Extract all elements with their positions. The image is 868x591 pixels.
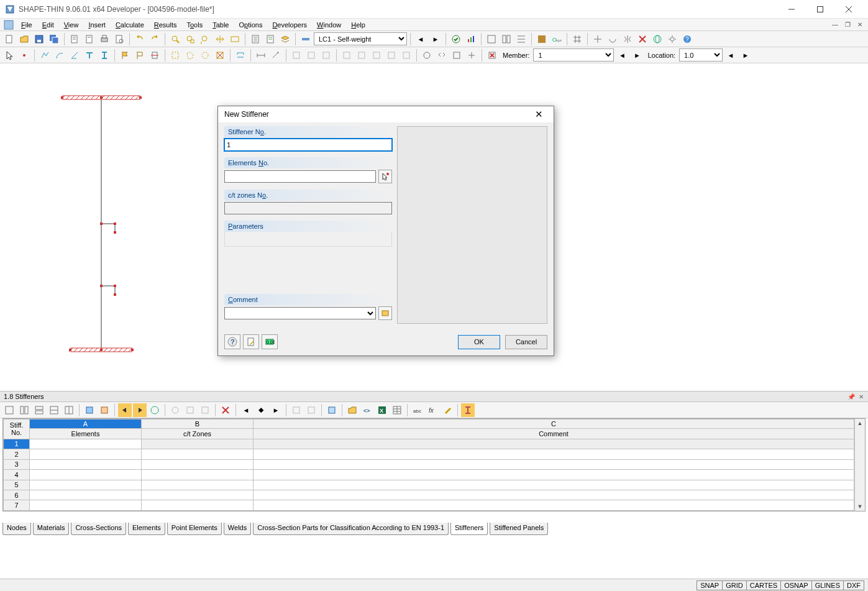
status-cartes[interactable]: CARTES: [746, 580, 781, 590]
grid-letter-c[interactable]: C: [254, 419, 854, 429]
scroll-up-icon[interactable]: ▲: [856, 419, 864, 428]
grid-row-5[interactable]: 5: [4, 480, 30, 490]
menu-view[interactable]: View: [59, 20, 84, 30]
menu-table[interactable]: Table: [208, 20, 234, 30]
app-menu-icon[interactable]: [2, 19, 15, 30]
grid-cell[interactable]: [254, 439, 854, 449]
member-next-icon[interactable]: ►: [630, 48, 644, 62]
dialog-edit-icon[interactable]: [243, 334, 259, 349]
pt-btn-7[interactable]: [98, 403, 111, 417]
mirror-icon[interactable]: [621, 32, 634, 46]
grid-letter-b[interactable]: B: [142, 419, 254, 429]
grid-cell[interactable]: [142, 449, 254, 459]
pt-both-icon[interactable]: ◆: [254, 403, 268, 417]
grid-header-elements[interactable]: Elements: [30, 429, 142, 439]
grid-scrollbar[interactable]: ▲ ▼: [854, 419, 865, 511]
dialog-titlebar[interactable]: New Stiffener ✕: [218, 106, 554, 122]
location-combo[interactable]: 1.0: [679, 48, 723, 62]
close-button[interactable]: [834, 0, 863, 19]
grid-cell[interactable]: [30, 490, 142, 500]
dim9-icon[interactable]: [385, 48, 398, 62]
pt-btn-10[interactable]: [168, 403, 182, 417]
grid-row-4[interactable]: 4: [4, 470, 30, 480]
stretch-icon[interactable]: [465, 48, 478, 62]
grid-cell[interactable]: [30, 449, 142, 459]
grid-row-3[interactable]: 3: [4, 459, 30, 469]
tab-nodes[interactable]: Nodes: [2, 523, 31, 535]
status-osnap[interactable]: OSNAP: [780, 580, 812, 590]
select-x-icon[interactable]: [213, 48, 227, 62]
pt-table-icon[interactable]: [390, 403, 404, 417]
nav-left-icon[interactable]: ◄: [414, 32, 427, 46]
menu-edit[interactable]: Edit: [37, 20, 59, 30]
select-poly-icon[interactable]: [183, 48, 197, 62]
menu-file[interactable]: File: [16, 20, 37, 30]
grid-row-2[interactable]: 2: [4, 449, 30, 459]
pt-left-icon[interactable]: ◄: [239, 403, 253, 417]
tee-icon[interactable]: [83, 48, 96, 62]
grid-cell[interactable]: [254, 480, 854, 490]
dim6-icon[interactable]: [340, 48, 354, 62]
input-stiffener-no[interactable]: [224, 139, 392, 151]
cancel-icon[interactable]: [636, 32, 649, 46]
nav-right-icon[interactable]: ►: [429, 32, 442, 46]
pt-script-icon[interactable]: <>: [360, 403, 374, 417]
circ-icon[interactable]: [420, 48, 434, 62]
pt-btn-1[interactable]: [2, 403, 16, 417]
pan-icon[interactable]: [213, 32, 227, 46]
doc2-icon[interactable]: [83, 32, 96, 46]
pt-abc-icon[interactable]: abc: [411, 403, 424, 417]
node-icon[interactable]: [17, 48, 31, 62]
location-prev-icon[interactable]: ◄: [724, 48, 738, 62]
dim7-icon[interactable]: [355, 48, 368, 62]
minimize-button[interactable]: [777, 0, 806, 19]
grid-header-ctzones[interactable]: c/t Zones: [142, 429, 254, 439]
pt-brush-icon[interactable]: [441, 403, 454, 417]
pt-btn-14[interactable]: [304, 403, 318, 417]
print-icon[interactable]: [98, 32, 111, 46]
menu-help[interactable]: Help: [346, 20, 370, 30]
save-icon[interactable]: [32, 32, 46, 46]
tab-welds[interactable]: Welds: [224, 523, 251, 535]
arc-icon[interactable]: [53, 48, 66, 62]
status-snap[interactable]: SNAP: [697, 580, 723, 590]
flag2-icon[interactable]: [133, 48, 147, 62]
chart-icon[interactable]: [464, 32, 478, 46]
grid-cell[interactable]: [254, 470, 854, 480]
dim4-icon[interactable]: [304, 48, 318, 62]
render1-icon[interactable]: [535, 32, 549, 46]
grid-cell[interactable]: [254, 449, 854, 459]
pt-highlight-icon[interactable]: [461, 403, 475, 417]
pt-btn-12[interactable]: [198, 403, 212, 417]
grid-row-1[interactable]: 1: [4, 439, 30, 449]
grid-cell[interactable]: [30, 459, 142, 469]
dim2-icon[interactable]: [269, 48, 283, 62]
member-prev-icon[interactable]: ◄: [615, 48, 629, 62]
menu-options[interactable]: Options: [234, 20, 267, 30]
pt-btn-6[interactable]: [83, 403, 96, 417]
stiffeners-grid[interactable]: Stiff. No. A B C Elements c/t Zones Comm…: [3, 419, 854, 511]
render2-icon[interactable]: Oxyz: [550, 32, 564, 46]
grid-row-7[interactable]: 7: [4, 500, 30, 511]
cursor-icon[interactable]: [2, 48, 16, 62]
offset-icon[interactable]: [234, 48, 247, 62]
menu-insert[interactable]: Insert: [83, 20, 111, 30]
cancel-button[interactable]: Cancel: [505, 335, 547, 349]
pt-btn-11[interactable]: [183, 403, 197, 417]
menu-developers[interactable]: Developers: [267, 20, 312, 30]
rotate-icon[interactable]: [606, 32, 619, 46]
list1-icon[interactable]: [249, 32, 262, 46]
save-all-icon[interactable]: [47, 32, 61, 46]
tab-stiffened-panels[interactable]: Stiffened Panels: [490, 523, 548, 535]
status-grid[interactable]: GRID: [722, 580, 747, 590]
pt-delete-icon[interactable]: [219, 403, 232, 417]
menu-window[interactable]: Window: [312, 20, 346, 30]
open-icon[interactable]: [17, 32, 31, 46]
pick-elements-icon[interactable]: [378, 170, 392, 183]
redo-icon[interactable]: [148, 32, 162, 46]
grid-cell[interactable]: [142, 470, 254, 480]
menu-tools[interactable]: Tools: [181, 20, 208, 30]
maximize-button[interactable]: [806, 0, 834, 19]
print-preview-icon[interactable]: [112, 32, 126, 46]
tab-cs-parts[interactable]: Cross-Section Parts for Classification A…: [253, 523, 449, 535]
